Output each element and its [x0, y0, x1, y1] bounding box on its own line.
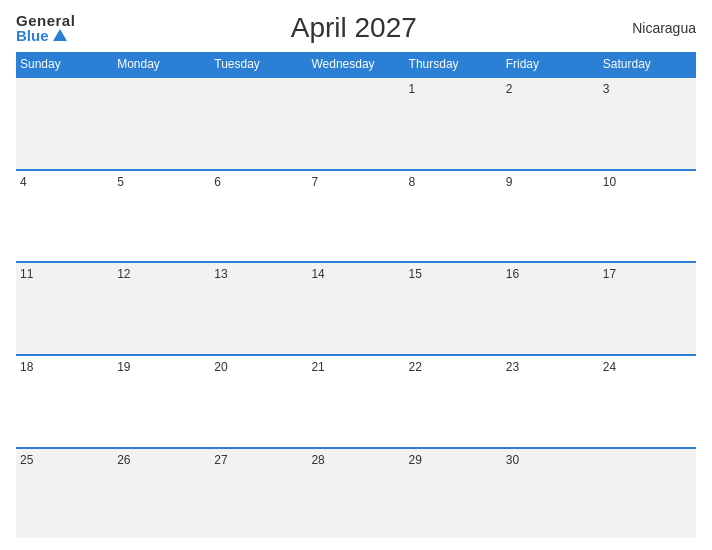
day-number: 12 — [117, 267, 130, 281]
day-number: 8 — [409, 175, 416, 189]
day-number: 6 — [214, 175, 221, 189]
calendar-day-cell: 4 — [16, 170, 113, 263]
calendar-week-row: 18192021222324 — [16, 355, 696, 448]
day-number: 11 — [20, 267, 33, 281]
day-number: 27 — [214, 453, 227, 467]
day-number: 2 — [506, 82, 513, 96]
calendar-week-row: 45678910 — [16, 170, 696, 263]
calendar-day-cell: 3 — [599, 77, 696, 170]
day-number: 20 — [214, 360, 227, 374]
col-monday: Monday — [113, 52, 210, 77]
day-number: 30 — [506, 453, 519, 467]
day-number: 22 — [409, 360, 422, 374]
calendar-day-cell — [307, 77, 404, 170]
col-thursday: Thursday — [405, 52, 502, 77]
calendar-day-cell: 2 — [502, 77, 599, 170]
calendar-day-cell: 12 — [113, 262, 210, 355]
logo-triangle-icon — [53, 29, 67, 41]
calendar-day-cell: 18 — [16, 355, 113, 448]
calendar-day-cell: 16 — [502, 262, 599, 355]
day-number: 29 — [409, 453, 422, 467]
day-number: 21 — [311, 360, 324, 374]
calendar-day-cell: 13 — [210, 262, 307, 355]
calendar-day-cell: 24 — [599, 355, 696, 448]
calendar-week-row: 252627282930 — [16, 448, 696, 538]
day-number: 10 — [603, 175, 616, 189]
day-number: 14 — [311, 267, 324, 281]
day-number: 7 — [311, 175, 318, 189]
calendar-day-cell: 29 — [405, 448, 502, 538]
day-number: 24 — [603, 360, 616, 374]
calendar-header: General Blue April 2027 Nicaragua — [16, 12, 696, 44]
day-number: 23 — [506, 360, 519, 374]
day-number: 26 — [117, 453, 130, 467]
day-number: 25 — [20, 453, 33, 467]
calendar-day-cell: 23 — [502, 355, 599, 448]
day-number: 9 — [506, 175, 513, 189]
day-number: 19 — [117, 360, 130, 374]
calendar-day-cell — [16, 77, 113, 170]
calendar-day-cell: 19 — [113, 355, 210, 448]
col-sunday: Sunday — [16, 52, 113, 77]
calendar-day-cell: 7 — [307, 170, 404, 263]
logo-general-text: General — [16, 13, 75, 28]
calendar-day-cell — [599, 448, 696, 538]
calendar-day-cell — [113, 77, 210, 170]
day-number: 5 — [117, 175, 124, 189]
calendar-day-cell: 5 — [113, 170, 210, 263]
calendar-day-cell: 10 — [599, 170, 696, 263]
col-saturday: Saturday — [599, 52, 696, 77]
day-number: 1 — [409, 82, 416, 96]
day-number: 28 — [311, 453, 324, 467]
country-label: Nicaragua — [632, 20, 696, 36]
calendar-page: General Blue April 2027 Nicaragua Sunday… — [0, 0, 712, 550]
calendar-day-cell: 21 — [307, 355, 404, 448]
day-number: 13 — [214, 267, 227, 281]
calendar-day-cell: 15 — [405, 262, 502, 355]
calendar-day-cell: 17 — [599, 262, 696, 355]
calendar-day-cell: 26 — [113, 448, 210, 538]
calendar-week-row: 123 — [16, 77, 696, 170]
calendar-day-cell: 30 — [502, 448, 599, 538]
calendar-day-cell: 6 — [210, 170, 307, 263]
calendar-day-cell: 25 — [16, 448, 113, 538]
calendar-day-cell: 27 — [210, 448, 307, 538]
day-number: 3 — [603, 82, 610, 96]
calendar-day-cell: 1 — [405, 77, 502, 170]
calendar-day-cell: 22 — [405, 355, 502, 448]
calendar-table: Sunday Monday Tuesday Wednesday Thursday… — [16, 52, 696, 538]
col-tuesday: Tuesday — [210, 52, 307, 77]
logo: General Blue — [16, 13, 75, 43]
day-number: 4 — [20, 175, 27, 189]
col-wednesday: Wednesday — [307, 52, 404, 77]
calendar-day-cell: 8 — [405, 170, 502, 263]
calendar-day-cell — [210, 77, 307, 170]
day-number: 15 — [409, 267, 422, 281]
day-number: 17 — [603, 267, 616, 281]
calendar-day-cell: 9 — [502, 170, 599, 263]
calendar-day-cell: 20 — [210, 355, 307, 448]
calendar-title: April 2027 — [291, 12, 417, 44]
weekday-header-row: Sunday Monday Tuesday Wednesday Thursday… — [16, 52, 696, 77]
calendar-day-cell: 11 — [16, 262, 113, 355]
calendar-day-cell: 14 — [307, 262, 404, 355]
calendar-week-row: 11121314151617 — [16, 262, 696, 355]
day-number: 16 — [506, 267, 519, 281]
logo-blue-text: Blue — [16, 28, 75, 43]
day-number: 18 — [20, 360, 33, 374]
calendar-day-cell: 28 — [307, 448, 404, 538]
col-friday: Friday — [502, 52, 599, 77]
